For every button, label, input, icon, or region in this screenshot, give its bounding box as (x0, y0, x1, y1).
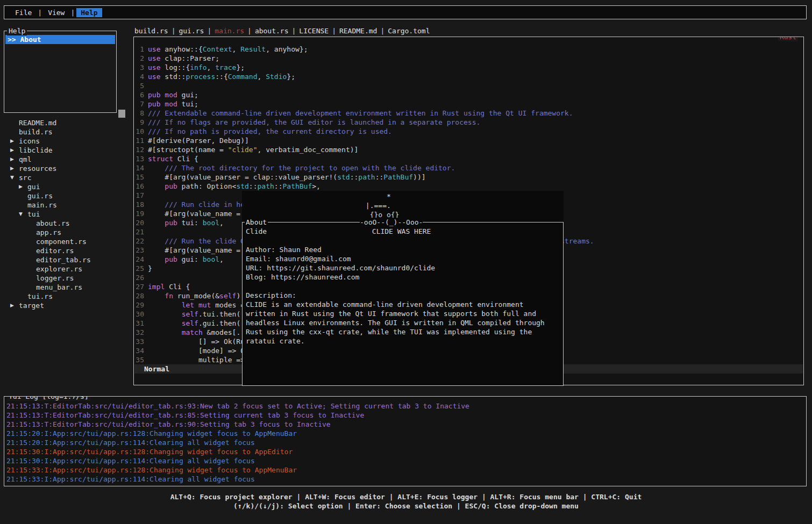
menu-bar: File|View|Help (4, 5, 807, 19)
code-token (148, 292, 165, 300)
tab-main-rs[interactable]: main.rs (215, 27, 244, 35)
explorer-item-gui-rs[interactable]: gui.rs (4, 191, 131, 200)
code-token (148, 301, 182, 309)
code-token: #[derive(Parser, Debug)] (148, 137, 249, 145)
popup-text-line (246, 282, 563, 291)
menu-item-view[interactable]: View (44, 8, 69, 17)
explorer-item-app-rs[interactable]: app.rs (4, 228, 131, 237)
code-text: /// If no flags are provided, the GUI ed… (148, 118, 480, 127)
code-token: tui: (177, 219, 203, 227)
explorer-item-component-rs[interactable]: component.rs (4, 237, 131, 246)
explorer-item-label: editor.rs (36, 246, 74, 255)
line-number: 22 (134, 236, 144, 246)
log-entry: 21:15:30:I:App:src/tui/app.rs:128:Changi… (6, 447, 806, 456)
line-number: 6 (134, 90, 144, 99)
code-token: pub (165, 219, 177, 227)
code-token (148, 182, 165, 190)
log-panel-title: Tui Log [log=1.7/s] (7, 396, 90, 401)
explorer-item-icons[interactable]: ▶icons (4, 137, 131, 146)
line-number: 27 (134, 282, 144, 291)
code-text: use std::process::{Command, Stdio}; (148, 72, 295, 81)
explorer-item-label: gui.rs (27, 191, 53, 200)
code-token: self (182, 319, 198, 327)
code-token: impl (148, 283, 165, 291)
code-line: 5 (134, 81, 803, 90)
line-number: 10 (134, 127, 144, 136)
log-panel: Tui Log [log=1.7/s] 21:15:13:T:EditorTab… (4, 396, 807, 486)
tab-about-rs[interactable]: about.rs (255, 27, 289, 35)
explorer-item-editor-tab-rs[interactable]: editor_tab.rs (4, 255, 131, 264)
tab-readme-md[interactable]: README.md (339, 27, 377, 35)
line-number: 34 (134, 346, 144, 355)
explorer-item-src[interactable]: ▼src (4, 173, 131, 182)
explorer-item-libclide[interactable]: ▶libclide (4, 146, 131, 155)
code-token: /// If no flags are provided, the GUI ed… (148, 118, 480, 126)
popup-text-line: Clide CLIDE WAS HERE (246, 227, 563, 236)
chevron-right-icon: ▶ (10, 164, 19, 173)
explorer-item-label: icons (19, 137, 40, 146)
code-token: use (148, 54, 160, 62)
tab-build-rs[interactable]: build.rs (134, 27, 168, 35)
explorer-item-build-rs[interactable]: build.rs (4, 127, 131, 137)
code-token: info (190, 63, 206, 71)
menu-option-about[interactable]: >> About (5, 35, 115, 44)
explorer-item-editor-rs[interactable]: editor.rs (4, 246, 131, 255)
line-number: 9 (134, 118, 144, 127)
line-number: 5 (134, 81, 144, 90)
tab-cargo-toml[interactable]: Cargo.toml (388, 27, 430, 35)
code-token: use (148, 63, 160, 71)
code-token: pub mod (148, 91, 177, 99)
log-entry: 21:15:33:I:App:src/tui/app.rs:114:Cleari… (6, 475, 806, 484)
line-number: 25 (134, 264, 144, 273)
language-badge: Rust (778, 37, 798, 41)
menu-item-help[interactable]: Help (76, 8, 102, 17)
code-text: /// Extendable command-line driven devel… (148, 109, 573, 118)
code-token: /// The root directory for the project t… (165, 164, 455, 172)
code-token: #[arg(value_name = (148, 210, 245, 218)
explorer-item-label: gui (27, 182, 40, 191)
code-line: 16 pub path: Option<std::path::PathBuf>, (134, 182, 803, 191)
explorer-item-tui[interactable]: ▼tui (4, 210, 131, 219)
explorer-item-menu-bar-rs[interactable]: menu_bar.rs (4, 283, 131, 292)
code-token: ::{ (215, 73, 227, 81)
code-token: path (358, 173, 375, 181)
code-token: }; (287, 73, 295, 81)
code-token: path (258, 182, 274, 190)
explorer-item-gui[interactable]: ▶gui (4, 182, 131, 191)
explorer-item-logger-rs[interactable]: logger.rs (4, 274, 131, 283)
code-token: /// Extendable command-line driven devel… (148, 109, 573, 117)
code-token (148, 219, 165, 227)
menu-item-file[interactable]: File (11, 8, 36, 17)
code-token: #[arg(value_name = (148, 246, 245, 254)
code-line: 8/// Extendable command-line driven deve… (134, 109, 803, 118)
tab-license[interactable]: LICENSE (299, 27, 329, 35)
line-number: 23 (134, 246, 144, 255)
code-line: 9/// If no flags are provided, the GUI e… (134, 118, 803, 127)
line-number: 13 (134, 154, 144, 163)
scrollbar-thumb[interactable] (118, 110, 125, 118)
code-text: #[derive(Parser, Debug)] (148, 136, 249, 145)
explorer-item-qml[interactable]: ▶qml (4, 155, 131, 164)
code-token (148, 237, 165, 245)
code-token: :: (274, 182, 283, 190)
explorer-item-tui-rs[interactable]: tui.rs (4, 292, 131, 301)
chevron-right-icon: ▶ (10, 301, 19, 310)
code-token: match (182, 328, 203, 336)
log-entries: 21:15:13:T:EditorTab:src/tui/editor_tab.… (4, 397, 806, 484)
tab-gui-rs[interactable]: gui.rs (179, 27, 204, 35)
explorer-item-target[interactable]: ▶target (4, 301, 131, 310)
explorer-item-readme-md[interactable]: README.md (4, 118, 131, 127)
help-bar-line1: ALT+Q: Focus project explorer | ALT+W: F… (0, 492, 812, 501)
line-number: 30 (134, 310, 144, 319)
explorer-item-about-rs[interactable]: about.rs (4, 219, 131, 228)
explorer-item-label: tui.rs (27, 292, 53, 301)
explorer-item-main-rs[interactable]: main.rs (4, 200, 131, 210)
popup-text-line (246, 236, 563, 245)
code-token (148, 310, 182, 318)
explorer-item-resources[interactable]: ▶resources (4, 164, 131, 173)
line-number: 1 (134, 45, 144, 54)
code-line: 4use std::process::{Command, Stdio}; (134, 72, 803, 81)
code-token: , (258, 73, 266, 81)
code-text: impl Cli { (148, 282, 190, 291)
explorer-item-explorer-rs[interactable]: explorer.rs (4, 264, 131, 274)
